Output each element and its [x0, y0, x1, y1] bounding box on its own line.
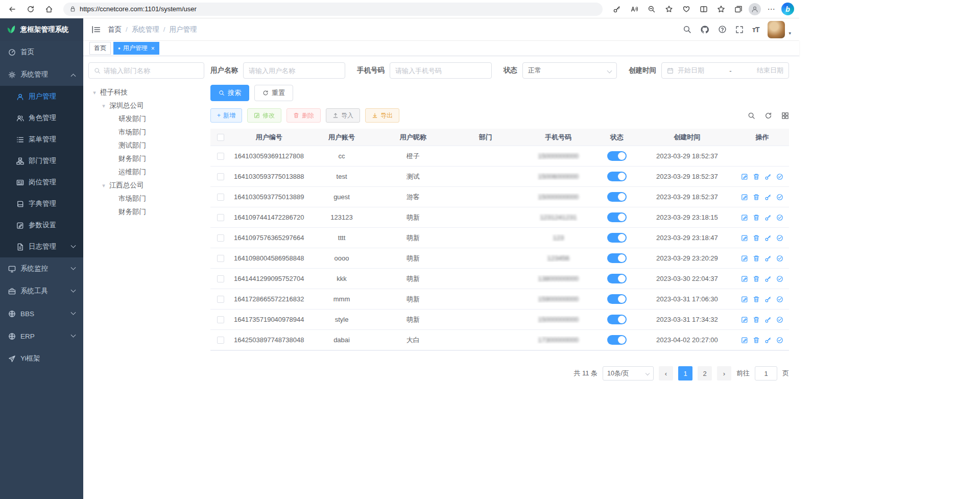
caret-down-icon[interactable]: ▾	[101, 103, 107, 109]
tree-node[interactable]: ▾ 研发部门	[88, 112, 204, 126]
username-input[interactable]	[243, 62, 345, 79]
reset-password-key-icon[interactable]	[764, 214, 772, 221]
export-button[interactable]: 导出	[365, 108, 399, 123]
delete-icon[interactable]	[753, 316, 760, 323]
import-button[interactable]: 导入	[326, 108, 360, 123]
delete-icon[interactable]	[753, 173, 760, 180]
assign-role-check-icon[interactable]	[776, 255, 783, 262]
reset-password-key-icon[interactable]	[764, 173, 772, 180]
search-button[interactable]: 搜索	[210, 85, 249, 101]
caret-down-icon[interactable]: ▾	[91, 89, 98, 96]
sidebar-item-home[interactable]: 首页	[0, 41, 83, 63]
delete-icon[interactable]	[753, 234, 760, 242]
sidebar-item-yi-framework[interactable]: Yi框架	[0, 347, 83, 370]
edit-icon[interactable]	[741, 194, 748, 201]
sidebar-item-params[interactable]: 参数设置	[0, 215, 83, 236]
tree-node[interactable]: ▾ 橙子科技	[88, 86, 204, 99]
page-button-1[interactable]: 1	[678, 366, 692, 381]
edit-button[interactable]: 修改	[247, 108, 281, 123]
sidebar-item-menu-mgmt[interactable]: 菜单管理	[0, 129, 83, 150]
home-button[interactable]	[42, 2, 56, 16]
edit-icon[interactable]	[741, 316, 748, 323]
browser-essentials-icon[interactable]	[679, 2, 694, 16]
sidebar-item-bbs[interactable]: BBS	[0, 302, 83, 325]
tree-node[interactable]: ▾ 财务部门	[88, 152, 204, 165]
sidebar-item-erp[interactable]: ERP	[0, 325, 83, 347]
edit-icon[interactable]	[741, 255, 748, 262]
zoom-icon[interactable]	[644, 2, 659, 16]
search-icon[interactable]	[683, 25, 691, 34]
collections-icon[interactable]	[731, 2, 746, 16]
page-size-select[interactable]: 10条/页	[603, 366, 654, 381]
breadcrumb-item[interactable]: 首页	[108, 25, 122, 34]
assign-role-check-icon[interactable]	[776, 296, 783, 303]
edit-icon[interactable]	[741, 296, 748, 303]
tab-home[interactable]: 首页	[89, 42, 111, 55]
status-toggle[interactable]	[607, 335, 627, 345]
read-aloud-icon[interactable]	[627, 2, 641, 16]
reset-password-key-icon[interactable]	[764, 255, 772, 262]
assign-role-check-icon[interactable]	[776, 194, 783, 201]
favorites-bar-icon[interactable]	[714, 2, 728, 16]
status-select[interactable]: 正常	[522, 62, 617, 79]
status-toggle[interactable]	[607, 253, 627, 263]
row-checkbox[interactable]	[217, 214, 224, 221]
edit-icon[interactable]	[741, 234, 748, 242]
sidebar-item-tools[interactable]: 系统工具	[0, 280, 83, 302]
browser-menu-icon[interactable]: ⋯	[764, 2, 778, 16]
status-toggle[interactable]	[607, 172, 627, 181]
goto-page-input[interactable]	[755, 366, 777, 381]
assign-role-check-icon[interactable]	[776, 173, 783, 180]
reset-password-key-icon[interactable]	[764, 275, 772, 282]
sidebar-item-dept-mgmt[interactable]: 部门管理	[0, 150, 83, 172]
edit-icon[interactable]	[741, 337, 748, 344]
address-bar[interactable]: https://ccnetcore.com:1101/system/user	[63, 3, 603, 16]
phone-input[interactable]	[390, 62, 492, 79]
sidebar-item-monitor[interactable]: 系统监控	[0, 257, 83, 280]
status-toggle[interactable]	[607, 192, 627, 202]
row-checkbox[interactable]	[217, 153, 224, 160]
add-button[interactable]: + 新增	[210, 108, 242, 123]
date-range-picker[interactable]: 开始日期 - 结束日期	[661, 62, 789, 79]
row-checkbox[interactable]	[217, 296, 224, 303]
tree-node[interactable]: ▾ 测试部门	[88, 139, 204, 152]
next-page-button[interactable]: ›	[717, 366, 731, 381]
github-icon[interactable]	[700, 25, 709, 34]
row-checkbox[interactable]	[217, 275, 224, 282]
font-size-icon[interactable]: тT	[752, 26, 759, 34]
assign-role-check-icon[interactable]	[776, 316, 783, 323]
reset-button[interactable]: 重置	[254, 85, 293, 101]
split-screen-icon[interactable]	[697, 2, 711, 16]
status-toggle[interactable]	[607, 151, 627, 161]
delete-icon[interactable]	[753, 255, 760, 262]
tree-node[interactable]: ▾ 市场部门	[88, 192, 204, 205]
status-toggle[interactable]	[607, 233, 627, 243]
row-checkbox[interactable]	[217, 255, 224, 262]
fullscreen-icon[interactable]	[735, 26, 744, 34]
browser-profile-avatar[interactable]	[749, 3, 761, 15]
delete-button[interactable]: 删除	[286, 108, 321, 123]
sidebar-item-logs[interactable]: 日志管理	[0, 236, 83, 257]
bing-icon[interactable]: b	[781, 3, 794, 15]
tab-user-mgmt[interactable]: ● 用户管理 ×	[113, 42, 159, 55]
reset-password-key-icon[interactable]	[764, 316, 772, 323]
dept-search-input[interactable]	[104, 67, 199, 75]
edit-icon[interactable]	[741, 214, 748, 221]
assign-role-check-icon[interactable]	[776, 214, 783, 221]
delete-icon[interactable]	[753, 194, 760, 201]
select-all-checkbox[interactable]	[217, 134, 224, 141]
edit-icon[interactable]	[741, 275, 748, 282]
tree-node[interactable]: ▾ 市场部门	[88, 126, 204, 139]
user-avatar[interactable]	[768, 21, 785, 38]
sidebar-item-post-mgmt[interactable]: 岗位管理	[0, 172, 83, 193]
sidebar-item-dict-mgmt[interactable]: 字典管理	[0, 193, 83, 215]
refresh-table-icon[interactable]	[764, 112, 772, 120]
password-key-icon[interactable]	[610, 2, 624, 16]
sidebar-toggle-icon[interactable]	[91, 25, 101, 34]
row-checkbox[interactable]	[217, 194, 224, 201]
assign-role-check-icon[interactable]	[776, 275, 783, 282]
delete-icon[interactable]	[753, 337, 760, 344]
status-toggle[interactable]	[607, 274, 627, 283]
page-button-2[interactable]: 2	[698, 366, 712, 381]
close-icon[interactable]: ×	[151, 45, 155, 52]
